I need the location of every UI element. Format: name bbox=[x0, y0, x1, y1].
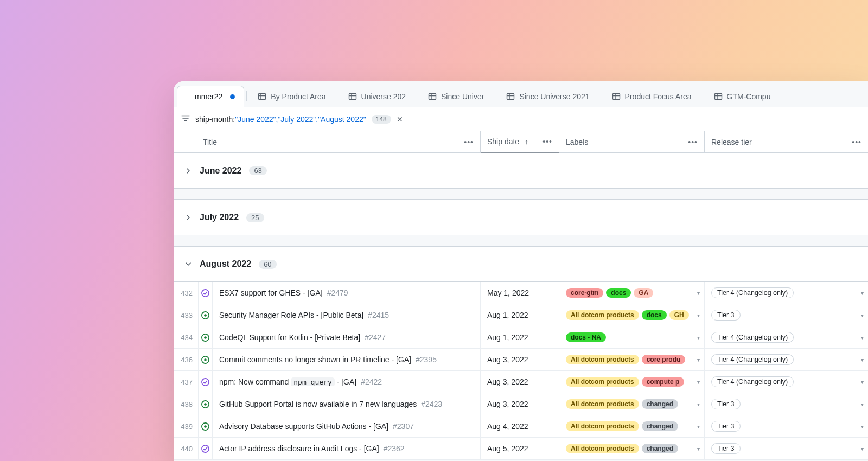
dropdown-caret-icon[interactable]: ▾ bbox=[861, 312, 864, 318]
title-cell[interactable]: CodeQL Support for Kotlin - [Private Bet… bbox=[213, 326, 481, 348]
label-pill[interactable]: All dotcom products bbox=[566, 355, 639, 364]
dropdown-caret-icon[interactable]: ▾ bbox=[697, 335, 700, 341]
column-labels[interactable]: Labels ••• bbox=[559, 131, 705, 152]
labels-cell[interactable]: All dotcom productsdocsGH▾ bbox=[559, 304, 705, 326]
table-row[interactable]: 433 Security Manager Role APIs - [Public… bbox=[174, 304, 868, 326]
dropdown-caret-icon[interactable]: ▾ bbox=[861, 379, 864, 385]
view-tab[interactable]: Universe 202 bbox=[340, 86, 415, 107]
title-cell[interactable]: Actor IP address disclosure in Audit Log… bbox=[213, 438, 481, 459]
column-ship-date[interactable]: Ship date ↑ ••• bbox=[481, 131, 559, 153]
column-menu-icon[interactable]: ••• bbox=[688, 138, 698, 146]
table-row[interactable]: 436 Commit comments no longer shown in P… bbox=[174, 349, 868, 371]
dropdown-caret-icon[interactable]: ▾ bbox=[861, 290, 864, 296]
table-row[interactable]: 432 ESX7 support for GHES - [GA] #2479 M… bbox=[174, 282, 868, 304]
dropdown-caret-icon[interactable]: ▾ bbox=[697, 357, 700, 363]
view-tab[interactable]: GTM-Compu bbox=[705, 86, 780, 107]
view-tabs: mmer22By Product AreaUniverse 202Since U… bbox=[174, 81, 868, 107]
svg-rect-12 bbox=[612, 93, 620, 99]
ship-date-cell[interactable]: Aug 3, 2022 bbox=[481, 349, 559, 370]
view-tab[interactable]: Product Focus Area bbox=[603, 86, 700, 107]
label-pill[interactable]: All dotcom products bbox=[566, 377, 639, 387]
dropdown-caret-icon[interactable]: ▾ bbox=[861, 446, 864, 452]
view-tab[interactable]: By Product Area bbox=[249, 86, 334, 107]
labels-cell[interactable]: docs - NA▾ bbox=[559, 326, 705, 348]
label-pill[interactable]: GH bbox=[669, 310, 689, 320]
table-row[interactable]: 439 Advisory Database supports GitHub Ac… bbox=[174, 415, 868, 438]
release-tier-cell[interactable]: Tier 4 (Changelog only)▾ bbox=[705, 282, 868, 304]
group-header[interactable]: June 2022 63 bbox=[174, 153, 868, 189]
project-window: mmer22By Product AreaUniverse 202Since U… bbox=[174, 81, 868, 461]
labels-cell[interactable]: core-gtmdocsGA▾ bbox=[559, 282, 705, 304]
filter-bar[interactable]: ship-month:"June 2022","July 2022","Augu… bbox=[174, 107, 868, 131]
group-header[interactable]: July 2022 25 bbox=[174, 200, 868, 235]
label-pill[interactable]: GA bbox=[634, 288, 653, 298]
table-icon bbox=[506, 92, 515, 101]
label-pill[interactable]: docs - NA bbox=[566, 332, 606, 342]
dropdown-caret-icon[interactable]: ▾ bbox=[697, 424, 700, 430]
dropdown-caret-icon[interactable]: ▾ bbox=[861, 335, 864, 341]
title-cell[interactable]: GitHub Support Portal is now available i… bbox=[213, 393, 481, 415]
label-pill[interactable]: changed bbox=[642, 444, 678, 453]
release-tier-cell[interactable]: Tier 3▾ bbox=[705, 438, 868, 459]
dropdown-caret-icon[interactable]: ▾ bbox=[697, 401, 700, 407]
labels-cell[interactable]: All dotcom productschanged▾ bbox=[559, 415, 705, 437]
column-menu-icon[interactable]: ••• bbox=[542, 137, 552, 146]
table-row[interactable]: 438 GitHub Support Portal is now availab… bbox=[174, 393, 868, 415]
release-tier-cell[interactable]: Tier 3▾ bbox=[705, 415, 868, 437]
label-pill[interactable]: All dotcom products bbox=[566, 399, 639, 409]
clear-filter-icon[interactable]: ✕ bbox=[397, 115, 403, 124]
dropdown-caret-icon[interactable]: ▾ bbox=[697, 312, 700, 318]
ship-date-cell[interactable]: Aug 5, 2022 bbox=[481, 438, 559, 459]
labels-cell[interactable]: All dotcom productschanged▾ bbox=[559, 393, 705, 415]
title-cell[interactable]: Commit comments no longer shown in PR ti… bbox=[213, 349, 481, 370]
group-header[interactable]: August 2022 60 bbox=[174, 246, 868, 282]
labels-cell[interactable]: All dotcom productscore produ▾ bbox=[559, 349, 705, 370]
table-row[interactable]: 440 Actor IP address disclosure in Audit… bbox=[174, 438, 868, 460]
ship-date-cell[interactable]: Aug 1, 2022 bbox=[481, 326, 559, 348]
column-release-tier[interactable]: Release tier ••• bbox=[705, 131, 868, 152]
row-number: 432 bbox=[174, 282, 199, 304]
release-tier-cell[interactable]: Tier 3▾ bbox=[705, 304, 868, 326]
label-pill[interactable]: changed bbox=[642, 421, 678, 431]
label-pill[interactable]: core produ bbox=[642, 355, 686, 364]
dropdown-caret-icon[interactable]: ▾ bbox=[697, 446, 700, 452]
label-pill[interactable]: All dotcom products bbox=[566, 421, 639, 431]
label-pill[interactable]: docs bbox=[642, 310, 667, 320]
column-menu-icon[interactable]: ••• bbox=[852, 138, 861, 146]
dropdown-caret-icon[interactable]: ▾ bbox=[861, 357, 864, 363]
labels-cell[interactable]: All dotcom productschanged▾ bbox=[559, 438, 705, 459]
view-tab[interactable]: Since Universe 2021 bbox=[497, 86, 598, 107]
label-pill[interactable]: core-gtm bbox=[566, 288, 603, 298]
ship-date-cell[interactable]: Aug 3, 2022 bbox=[481, 393, 559, 415]
title-cell[interactable]: ESX7 support for GHES - [GA] #2479 bbox=[213, 282, 481, 304]
title-cell[interactable]: Advisory Database supports GitHub Action… bbox=[213, 415, 481, 437]
column-title[interactable]: Title ••• bbox=[174, 131, 481, 152]
label-pill[interactable]: compute p bbox=[642, 377, 685, 387]
view-tab[interactable]: Since Univer bbox=[419, 86, 493, 107]
dropdown-caret-icon[interactable]: ▾ bbox=[861, 401, 864, 407]
dropdown-caret-icon[interactable]: ▾ bbox=[697, 379, 700, 385]
table-row[interactable]: 437 npm: New command npm query - [GA] #2… bbox=[174, 371, 868, 393]
release-tier-cell[interactable]: Tier 4 (Changelog only)▾ bbox=[705, 371, 868, 393]
title-cell[interactable]: npm: New command npm query - [GA] #2422 bbox=[213, 371, 481, 393]
ship-date-cell[interactable]: Aug 1, 2022 bbox=[481, 304, 559, 326]
status-icon bbox=[199, 304, 213, 326]
column-menu-icon[interactable]: ••• bbox=[464, 138, 474, 146]
label-pill[interactable]: docs bbox=[606, 288, 631, 298]
labels-cell[interactable]: All dotcom productscompute p▾ bbox=[559, 371, 705, 393]
unsaved-indicator-icon bbox=[230, 94, 235, 99]
view-tab[interactable]: mmer22 bbox=[177, 86, 244, 107]
dropdown-caret-icon[interactable]: ▾ bbox=[861, 424, 864, 430]
ship-date-cell[interactable]: Aug 3, 2022 bbox=[481, 371, 559, 393]
dropdown-caret-icon[interactable]: ▾ bbox=[697, 290, 700, 296]
release-tier-cell[interactable]: Tier 4 (Changelog only)▾ bbox=[705, 349, 868, 370]
label-pill[interactable]: All dotcom products bbox=[566, 310, 639, 320]
title-cell[interactable]: Security Manager Role APIs - [Public Bet… bbox=[213, 304, 481, 326]
release-tier-cell[interactable]: Tier 3▾ bbox=[705, 393, 868, 415]
label-pill[interactable]: All dotcom products bbox=[566, 444, 639, 453]
ship-date-cell[interactable]: Aug 4, 2022 bbox=[481, 415, 559, 437]
table-row[interactable]: 434 CodeQL Support for Kotlin - [Private… bbox=[174, 326, 868, 349]
release-tier-cell[interactable]: Tier 4 (Changelog only)▾ bbox=[705, 326, 868, 348]
label-pill[interactable]: changed bbox=[642, 399, 678, 409]
ship-date-cell[interactable]: May 1, 2022 bbox=[481, 282, 559, 304]
